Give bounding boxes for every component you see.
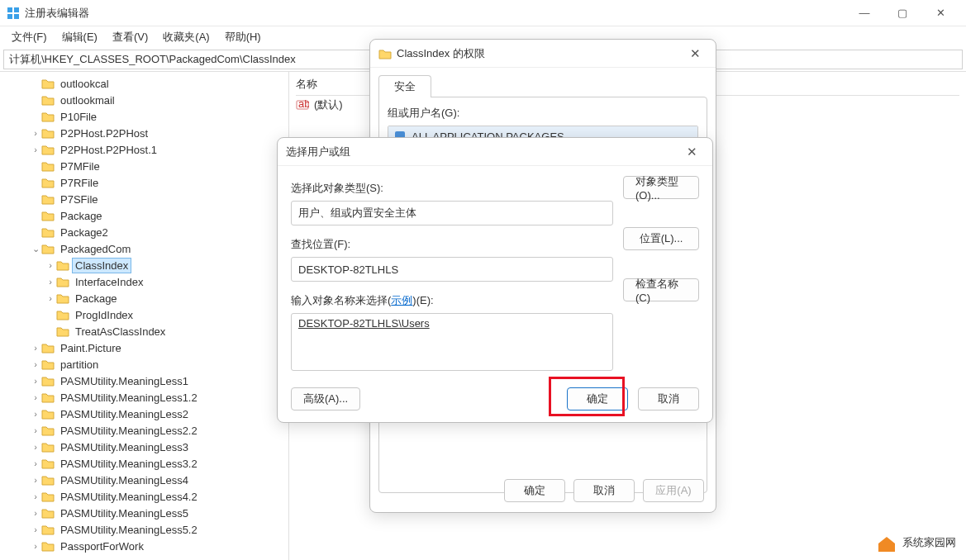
tree-label: P2PHost.P2PHost [58,126,150,140]
chevron-icon[interactable]: › [30,376,41,386]
permissions-ok-button[interactable]: 确定 [504,479,565,502]
tree-item[interactable]: ProgIdIndex [0,306,288,323]
permissions-cancel-button[interactable]: 取消 [573,479,635,502]
chevron-icon[interactable]: › [30,128,41,138]
minimize-button[interactable]: — [845,0,883,26]
folder-icon [41,226,55,238]
menu-file[interactable]: 文件(F) [5,28,54,46]
tree-item[interactable]: ›PASMUtility.MeaningLess1 [0,373,288,389]
address-text: 计算机\HKEY_CLASSES_ROOT\PackagedCom\ClassI… [9,52,296,67]
tree-item[interactable]: Package [0,207,288,224]
tree-item[interactable]: Package2 [0,224,288,240]
example-link[interactable]: 示例 [391,294,412,306]
chevron-icon[interactable]: › [45,260,56,270]
chevron-icon[interactable]: › [30,425,41,435]
location-field: DESKTOP-82TLHLS [291,257,613,282]
tree-item[interactable]: outlookmail [0,92,288,108]
svg-text:ab: ab [298,98,309,110]
object-name-input[interactable]: DESKTOP-82TLHLS\Users [291,313,613,371]
close-button[interactable]: ✕ [921,0,959,26]
tree-item[interactable]: P7SFile [0,191,288,207]
menu-view[interactable]: 查看(V) [106,28,155,46]
chevron-icon[interactable]: › [30,359,41,369]
folder-icon [41,392,55,403]
chevron-icon[interactable]: › [30,409,41,419]
tree-item[interactable]: P7RFile [0,174,288,191]
chevron-icon[interactable]: › [30,343,41,353]
tree-label: P7MFile [58,159,102,173]
chevron-icon[interactable]: › [30,524,41,534]
folder-icon [41,375,55,387]
tree-panel[interactable]: outlookcaloutlookmailP10File›P2PHost.P2P… [0,72,289,560]
permissions-title: ClassIndex 的权限 [397,46,485,61]
chevron-icon[interactable]: › [30,392,41,402]
chevron-icon[interactable]: › [30,442,41,452]
tree-item[interactable]: ›PASMUtility.MeaningLess2 [0,406,288,422]
locations-button[interactable]: 位置(L)... [623,227,699,250]
tree-item[interactable]: ›PASMUtility.MeaningLess3.2 [0,455,288,472]
chevron-icon[interactable]: › [45,293,56,303]
folder-icon [41,111,55,122]
tree-item[interactable]: ⌄PackagedCom [0,240,288,257]
chevron-icon[interactable]: › [30,475,41,485]
folder-icon [41,408,55,420]
menu-edit[interactable]: 编辑(E) [55,28,104,46]
tree-item[interactable]: ›P2PHost.P2PHost [0,125,288,141]
check-names-button[interactable]: 检查名称(C) [623,278,699,301]
chevron-icon[interactable]: › [45,277,56,287]
folder-icon [56,292,69,304]
tree-item[interactable]: outlookcal [0,75,288,92]
advanced-button[interactable]: 高级(A)... [291,387,360,411]
folder-icon [41,243,55,254]
tree-item[interactable]: TreatAsClassIndex [0,323,288,339]
security-tab[interactable]: 安全 [378,75,431,97]
tree-label: PASMUtility.MeaningLess3.2 [58,457,200,471]
permissions-close-button[interactable]: ✕ [683,46,707,61]
tree-label: P2PHost.P2PHost.1 [58,143,159,157]
tree-label: Package [73,292,120,306]
tree-label: TreatAsClassIndex [73,325,168,339]
folder-icon [56,276,69,287]
tree-label: outlookcal [58,77,112,91]
menu-favorites[interactable]: 收藏夹(A) [156,28,216,46]
tree-item[interactable]: ›P2PHost.P2PHost.1 [0,141,288,158]
list-header-name[interactable]: 名称 [296,77,362,92]
tree-item[interactable]: ›PASMUtility.MeaningLess1.2 [0,389,288,406]
tree-item[interactable]: ›PASMUtility.MeaningLess5 [0,505,288,521]
menu-help[interactable]: 帮助(H) [218,28,268,46]
tree-item[interactable]: P10File [0,108,288,125]
select-user-close-button[interactable]: ✕ [679,145,704,159]
tree-label: outlookmail [58,93,117,107]
chevron-icon[interactable]: › [30,145,41,154]
folder-icon [41,342,55,354]
tree-item[interactable]: ›InterfaceIndex [0,273,288,290]
chevron-icon[interactable]: › [30,458,41,468]
tree-item[interactable]: ›partition [0,356,288,373]
tree-item[interactable]: ›PASMUtility.MeaningLess2.2 [0,422,288,439]
tree-item[interactable]: P7MFile [0,158,288,174]
tree-item[interactable]: ›Paint.Picture [0,339,288,356]
chevron-icon[interactable]: ⌄ [30,244,41,254]
object-types-button[interactable]: 对象类型(O)... [623,176,699,199]
tree-item[interactable]: ›ClassIndex [0,257,288,273]
watermark: 系统家园网 [876,532,956,553]
tree-item[interactable]: ›Package [0,290,288,306]
tree-item[interactable]: ›PASMUtility.MeaningLess4.2 [0,488,288,505]
tree-label: P7SFile [58,192,101,206]
chevron-icon[interactable]: › [30,491,41,501]
folder-icon [41,177,55,188]
chevron-icon[interactable]: › [30,541,41,551]
tree-item[interactable]: ›PASMUtility.MeaningLess4 [0,472,288,488]
object-type-field: 用户、组或内置安全主体 [291,201,613,225]
cancel-button[interactable]: 取消 [638,387,699,411]
tree-item[interactable]: ›PASMUtility.MeaningLess3 [0,439,288,455]
chevron-icon[interactable]: › [30,508,41,518]
maximize-button[interactable]: ▢ [883,0,921,26]
tree-label: PackagedCom [58,242,133,256]
tree-label: PASMUtility.MeaningLess2.2 [58,424,200,438]
permissions-apply-button[interactable]: 应用(A) [643,479,704,502]
tree-item[interactable]: ›PassportForWork [0,538,288,554]
tree-label: PASMUtility.MeaningLess5 [58,506,191,520]
tree-item[interactable]: ›PASMUtility.MeaningLess5.2 [0,521,288,538]
ok-button[interactable]: 确定 [567,387,628,411]
